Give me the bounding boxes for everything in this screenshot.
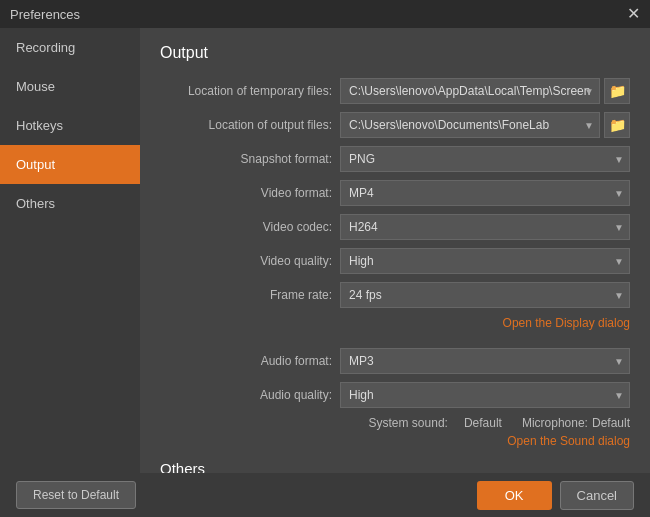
reset-button[interactable]: Reset to Default — [16, 481, 136, 509]
frame-rate-row: Frame rate: 24 fps ▼ — [160, 282, 630, 308]
temp-location-row: Location of temporary files: C:\Users\le… — [160, 78, 630, 104]
snapshot-format-control: PNG ▼ — [340, 146, 630, 172]
audio-format-label: Audio format: — [160, 354, 340, 368]
audio-format-control: MP3 ▼ — [340, 348, 630, 374]
sidebar-item-output[interactable]: Output — [0, 145, 140, 184]
microphone-label: Microphone: — [522, 416, 588, 430]
audio-format-select-wrapper: MP3 ▼ — [340, 348, 630, 374]
snapshot-format-label: Snapshot format: — [160, 152, 340, 166]
audio-quality-row: Audio quality: High ▼ — [160, 382, 630, 408]
system-sound-value: Default — [464, 416, 502, 430]
output-location-row: Location of output files: C:\Users\lenov… — [160, 112, 630, 138]
footer: Reset to Default OK Cancel — [0, 473, 650, 517]
snapshot-format-row: Snapshot format: PNG ▼ — [160, 146, 630, 172]
display-dialog-link[interactable]: Open the Display dialog — [503, 316, 630, 330]
temp-location-folder-button[interactable]: 📁 — [604, 78, 630, 104]
close-button[interactable]: ✕ — [627, 6, 640, 22]
sidebar: Recording Mouse Hotkeys Output Others — [0, 28, 140, 473]
window-title: Preferences — [10, 7, 80, 22]
video-format-select-wrapper: MP4 ▼ — [340, 180, 630, 206]
video-quality-select[interactable]: High — [340, 248, 630, 274]
video-format-label: Video format: — [160, 186, 340, 200]
sidebar-item-recording[interactable]: Recording — [0, 28, 140, 67]
temp-location-select[interactable]: C:\Users\lenovo\AppData\Local\Temp\Scree… — [340, 78, 600, 104]
video-quality-row: Video quality: High ▼ — [160, 248, 630, 274]
video-format-control: MP4 ▼ — [340, 180, 630, 206]
cancel-button[interactable]: Cancel — [560, 481, 634, 510]
output-location-select[interactable]: C:\Users\lenovo\Documents\FoneLab — [340, 112, 600, 138]
output-location-control: C:\Users\lenovo\Documents\FoneLab ▼ 📁 — [340, 112, 630, 138]
sound-dialog-row: Open the Sound dialog — [160, 434, 630, 448]
temp-location-label: Location of temporary files: — [160, 84, 340, 98]
sidebar-item-mouse[interactable]: Mouse — [0, 67, 140, 106]
sidebar-item-others[interactable]: Others — [0, 184, 140, 223]
temp-location-control: C:\Users\lenovo\AppData\Local\Temp\Scree… — [340, 78, 630, 104]
video-quality-select-wrapper: High ▼ — [340, 248, 630, 274]
video-quality-control: High ▼ — [340, 248, 630, 274]
video-quality-label: Video quality: — [160, 254, 340, 268]
audio-quality-select[interactable]: High — [340, 382, 630, 408]
footer-right: OK Cancel — [477, 481, 634, 510]
output-section-title: Output — [160, 44, 630, 62]
video-codec-control: H264 ▼ — [340, 214, 630, 240]
system-sound-label: System sound: — [369, 416, 448, 430]
temp-location-select-wrapper: C:\Users\lenovo\AppData\Local\Temp\Scree… — [340, 78, 600, 104]
audio-format-row: Audio format: MP3 ▼ — [160, 348, 630, 374]
output-location-label: Location of output files: — [160, 118, 340, 132]
audio-format-select[interactable]: MP3 — [340, 348, 630, 374]
video-codec-select-wrapper: H264 ▼ — [340, 214, 630, 240]
snapshot-format-select-wrapper: PNG ▼ — [340, 146, 630, 172]
frame-rate-select[interactable]: 24 fps — [340, 282, 630, 308]
ok-button[interactable]: OK — [477, 481, 552, 510]
sidebar-item-hotkeys[interactable]: Hotkeys — [0, 106, 140, 145]
snapshot-format-select[interactable]: PNG — [340, 146, 630, 172]
microphone-value: Default — [592, 416, 630, 430]
audio-quality-control: High ▼ — [340, 382, 630, 408]
video-codec-label: Video codec: — [160, 220, 340, 234]
output-location-folder-button[interactable]: 📁 — [604, 112, 630, 138]
output-location-select-wrapper: C:\Users\lenovo\Documents\FoneLab ▼ — [340, 112, 600, 138]
content-area: Output Location of temporary files: C:\U… — [140, 28, 650, 473]
video-format-select[interactable]: MP4 — [340, 180, 630, 206]
display-dialog-row: Open the Display dialog — [160, 316, 630, 330]
title-bar: Preferences ✕ — [0, 0, 650, 28]
frame-rate-control: 24 fps ▼ — [340, 282, 630, 308]
video-codec-row: Video codec: H264 ▼ — [160, 214, 630, 240]
audio-quality-label: Audio quality: — [160, 388, 340, 402]
frame-rate-label: Frame rate: — [160, 288, 340, 302]
others-section-title: Others — [160, 460, 630, 473]
video-format-row: Video format: MP4 ▼ — [160, 180, 630, 206]
frame-rate-select-wrapper: 24 fps ▼ — [340, 282, 630, 308]
sound-info-row: System sound: Default Microphone: Defaul… — [160, 416, 630, 430]
main-layout: Recording Mouse Hotkeys Output Others Ou… — [0, 28, 650, 473]
video-codec-select[interactable]: H264 — [340, 214, 630, 240]
audio-quality-select-wrapper: High ▼ — [340, 382, 630, 408]
sound-dialog-link[interactable]: Open the Sound dialog — [507, 434, 630, 448]
